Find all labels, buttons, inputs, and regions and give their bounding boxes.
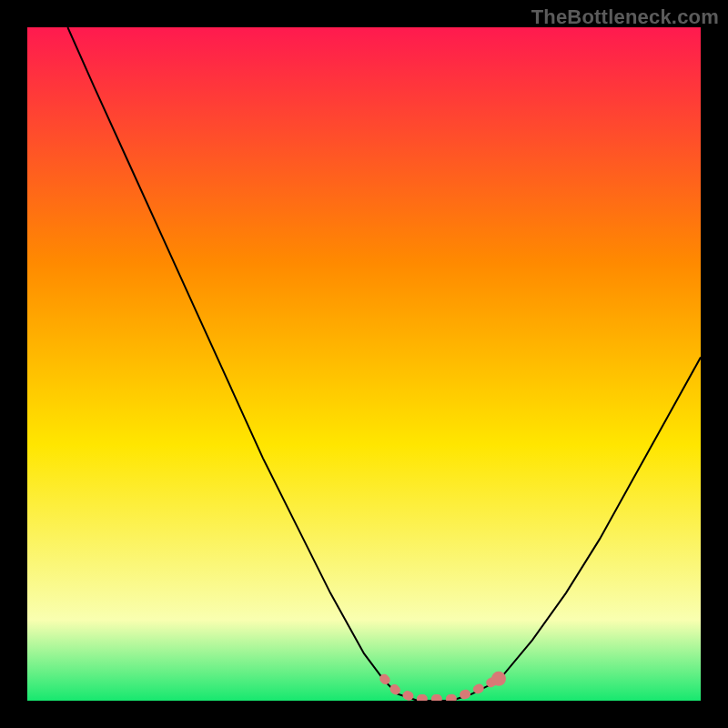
watermark-text: TheBottleneck.com xyxy=(531,5,719,29)
bottleneck-chart xyxy=(27,27,701,701)
chart-frame: TheBottleneck.com xyxy=(0,0,728,728)
accent-end-dot xyxy=(491,672,506,686)
plot-area xyxy=(27,27,701,701)
gradient-background xyxy=(27,27,701,701)
